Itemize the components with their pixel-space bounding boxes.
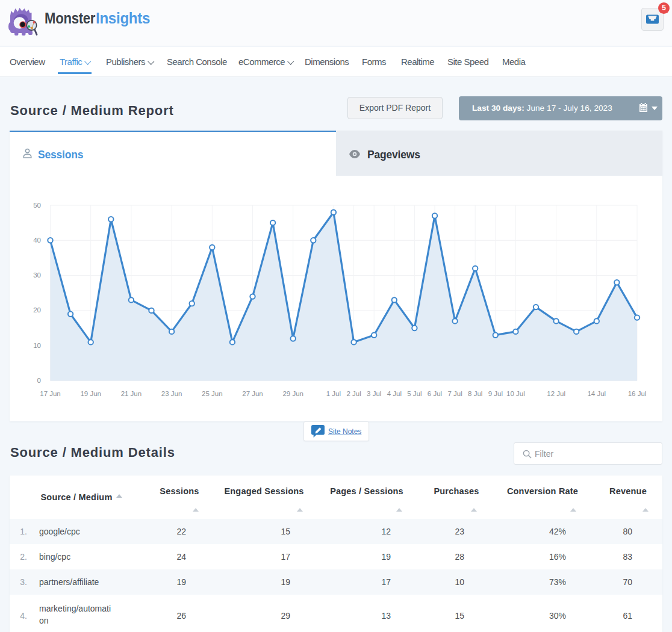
svg-text:29 Jun: 29 Jun [282, 390, 303, 397]
svg-text:23 Jun: 23 Jun [161, 390, 182, 397]
svg-text:40: 40 [33, 237, 41, 244]
svg-text:25 Jun: 25 Jun [202, 390, 223, 397]
svg-text:14 Jul: 14 Jul [587, 390, 606, 397]
svg-text:1 Jul: 1 Jul [326, 390, 341, 397]
svg-text:20: 20 [33, 306, 41, 314]
svg-text:2 Jul: 2 Jul [346, 390, 361, 397]
svg-text:5 Jul: 5 Jul [407, 390, 422, 397]
svg-text:4 Jul: 4 Jul [387, 390, 402, 397]
svg-text:9 Jul: 9 Jul [488, 390, 503, 397]
svg-text:3 Jul: 3 Jul [367, 390, 381, 397]
svg-text:21 Jun: 21 Jun [121, 390, 142, 397]
svg-text:8 Jul: 8 Jul [468, 390, 482, 397]
svg-text:10 Jul: 10 Jul [506, 390, 525, 397]
svg-text:27 Jun: 27 Jun [242, 390, 263, 397]
svg-text:7 Jul: 7 Jul [447, 390, 462, 397]
svg-text:50: 50 [33, 202, 41, 209]
svg-text:30: 30 [33, 271, 41, 279]
svg-text:10: 10 [33, 342, 41, 349]
svg-text:0: 0 [37, 377, 41, 384]
svg-text:16 Jul: 16 Jul [628, 390, 647, 397]
svg-text:17 Jun: 17 Jun [40, 390, 61, 397]
svg-text:12 Jul: 12 Jul [547, 390, 565, 397]
svg-text:19 Jun: 19 Jun [80, 390, 101, 397]
svg-text:6 Jul: 6 Jul [428, 390, 442, 397]
